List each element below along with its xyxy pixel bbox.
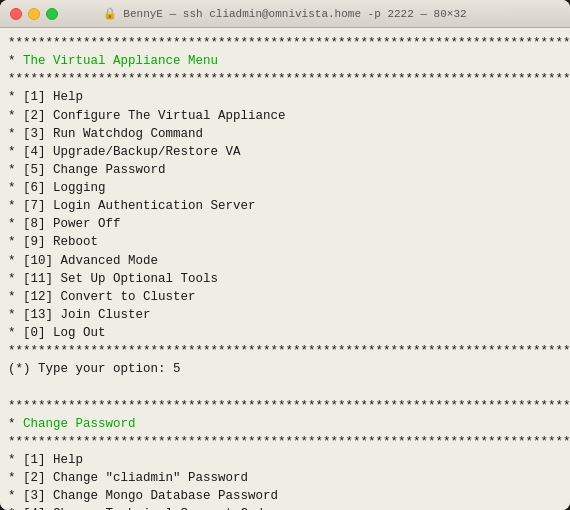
terminal-window: 🔒 BennyE — ssh cliadmin@omnivista.home -… [0,0,570,510]
terminal-body[interactable]: ****************************************… [0,28,570,510]
traffic-lights [10,8,58,20]
window-title: 🔒 BennyE — ssh cliadmin@omnivista.home -… [103,7,466,20]
lock-icon: 🔒 [103,7,117,20]
close-button[interactable] [10,8,22,20]
titlebar: 🔒 BennyE — ssh cliadmin@omnivista.home -… [0,0,570,28]
maximize-button[interactable] [46,8,58,20]
terminal-content: ****************************************… [8,34,562,510]
minimize-button[interactable] [28,8,40,20]
